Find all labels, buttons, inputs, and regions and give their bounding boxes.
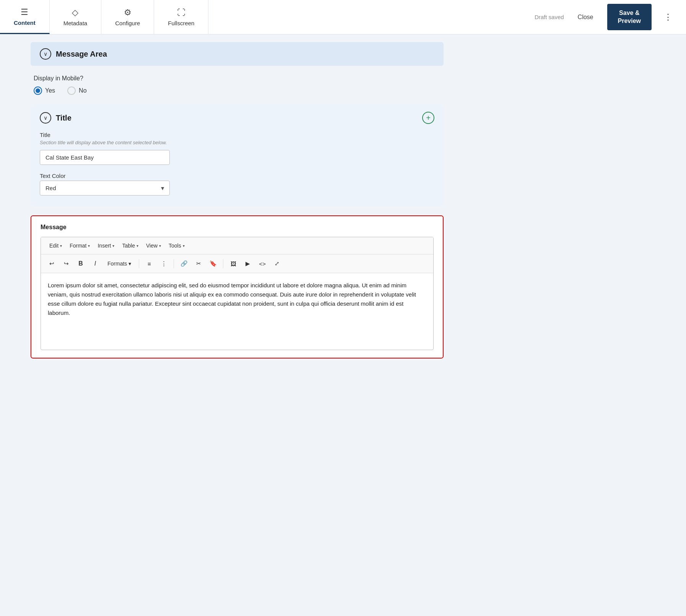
menu-table-arrow: ▾ bbox=[137, 244, 138, 248]
tab-configure[interactable]: ⚙ Configure bbox=[101, 0, 154, 34]
tab-configure-label: Configure bbox=[115, 20, 140, 26]
configure-icon: ⚙ bbox=[124, 8, 132, 18]
menu-format-label: Format bbox=[70, 243, 86, 249]
redo-button[interactable]: ↪ bbox=[60, 257, 72, 270]
radio-group: Yes No bbox=[34, 86, 444, 95]
editor-toolbar: ↩ ↪ B I Formats ▾ ≡ ⋮ 🔗 ✂ 🔖 🖼 ▶ <> ⤢ bbox=[41, 254, 433, 273]
metadata-icon: ◇ bbox=[72, 8, 78, 18]
editor-menubar: Edit ▾ Format ▾ Insert ▾ Table ▾ View bbox=[41, 237, 433, 254]
message-area-header: Message Area bbox=[31, 42, 444, 66]
formats-dropdown-button[interactable]: Formats ▾ bbox=[104, 259, 135, 268]
menu-view[interactable]: View ▾ bbox=[142, 240, 165, 251]
message-section: Message Edit ▾ Format ▾ Insert ▾ Table bbox=[31, 215, 444, 359]
title-field-label: Title bbox=[40, 132, 434, 138]
message-field-label: Message bbox=[41, 224, 434, 231]
title-section-title: Title bbox=[56, 114, 72, 122]
unordered-list-button[interactable]: ≡ bbox=[143, 257, 155, 270]
radio-yes-circle[interactable] bbox=[34, 86, 42, 95]
menu-tools-label: Tools bbox=[169, 243, 181, 249]
text-color-select-wrap: Red Blue Black White Green ▼ bbox=[40, 181, 170, 196]
radio-yes-option[interactable]: Yes bbox=[34, 86, 55, 95]
top-nav: ☰ Content ◇ Metadata ⚙ Configure ⛶ Fulls… bbox=[0, 0, 686, 34]
unlink-button[interactable]: ✂ bbox=[192, 257, 205, 270]
formats-arrow-icon: ▾ bbox=[128, 261, 131, 267]
menu-format[interactable]: Format ▾ bbox=[66, 240, 94, 251]
title-input[interactable] bbox=[40, 150, 170, 165]
menu-table[interactable]: Table ▾ bbox=[118, 240, 142, 251]
title-section-header: Title + bbox=[40, 112, 434, 124]
link-button[interactable]: 🔗 bbox=[178, 257, 190, 270]
tab-fullscreen[interactable]: ⛶ Fullscreen bbox=[154, 0, 208, 34]
tab-metadata-label: Metadata bbox=[63, 20, 88, 26]
close-button[interactable]: Close bbox=[572, 11, 600, 24]
toolbar-divider-2 bbox=[174, 259, 174, 268]
menu-tools-arrow: ▾ bbox=[183, 244, 185, 248]
tab-fullscreen-label: Fullscreen bbox=[168, 20, 194, 26]
menu-edit-label: Edit bbox=[49, 243, 59, 249]
menu-table-label: Table bbox=[122, 243, 135, 249]
editor-wrapper: Edit ▾ Format ▾ Insert ▾ Table ▾ View bbox=[41, 237, 434, 350]
more-options-button[interactable]: ⋮ bbox=[659, 9, 677, 25]
menu-insert-arrow: ▾ bbox=[112, 244, 114, 248]
menu-view-arrow: ▾ bbox=[159, 244, 161, 248]
display-in-mobile-group: Display in Mobile? Yes No bbox=[31, 75, 444, 95]
title-section-add-button[interactable]: + bbox=[422, 112, 434, 124]
text-color-label: Text Color bbox=[40, 173, 434, 179]
ordered-list-button[interactable]: ⋮ bbox=[158, 257, 170, 270]
toolbar-divider-1 bbox=[139, 259, 139, 268]
italic-button[interactable]: I bbox=[89, 257, 101, 270]
title-section-collapse-button[interactable] bbox=[40, 112, 51, 124]
display-in-mobile-label: Display in Mobile? bbox=[34, 75, 444, 82]
title-section-left: Title bbox=[40, 112, 72, 124]
bookmark-button[interactable]: 🔖 bbox=[207, 257, 219, 270]
toolbar-divider-3 bbox=[223, 259, 223, 268]
message-area-collapse-button[interactable] bbox=[40, 48, 51, 60]
radio-yes-label: Yes bbox=[45, 87, 55, 94]
tab-content[interactable]: ☰ Content bbox=[0, 0, 50, 34]
nav-right: Draft saved Close Save &Preview ⋮ bbox=[525, 0, 686, 34]
code-button[interactable]: <> bbox=[256, 257, 268, 270]
title-field-hint: Section title will display above the con… bbox=[40, 140, 434, 145]
formats-label: Formats bbox=[107, 261, 127, 267]
main-content: Message Area Display in Mobile? Yes No T… bbox=[0, 34, 459, 374]
radio-no-option[interactable]: No bbox=[67, 86, 86, 95]
message-area-title: Message Area bbox=[56, 50, 107, 59]
media-button[interactable]: ▶ bbox=[242, 257, 254, 270]
save-preview-button[interactable]: Save &Preview bbox=[607, 4, 652, 31]
image-button[interactable]: 🖼 bbox=[227, 257, 239, 270]
menu-view-label: View bbox=[146, 243, 158, 249]
draft-status: Draft saved bbox=[535, 14, 564, 20]
fullscreen-icon: ⛶ bbox=[177, 8, 185, 18]
menu-insert[interactable]: Insert ▾ bbox=[94, 240, 118, 251]
editor-body[interactable]: Lorem ipsum dolor sit amet, consectetur … bbox=[41, 273, 433, 350]
fullscreen-editor-button[interactable]: ⤢ bbox=[271, 257, 283, 270]
tab-content-label: Content bbox=[14, 20, 36, 26]
radio-no-label: No bbox=[79, 87, 86, 94]
content-icon: ☰ bbox=[21, 7, 28, 17]
menu-insert-label: Insert bbox=[98, 243, 111, 249]
menu-edit[interactable]: Edit ▾ bbox=[46, 240, 66, 251]
menu-edit-arrow: ▾ bbox=[60, 244, 62, 248]
bold-button[interactable]: B bbox=[75, 257, 87, 270]
undo-button[interactable]: ↩ bbox=[46, 257, 58, 270]
menu-tools[interactable]: Tools ▾ bbox=[165, 240, 189, 251]
radio-no-circle[interactable] bbox=[67, 86, 76, 95]
title-section: Title + Title Section title will display… bbox=[31, 104, 444, 206]
menu-format-arrow: ▾ bbox=[88, 244, 90, 248]
tab-metadata[interactable]: ◇ Metadata bbox=[50, 0, 102, 34]
text-color-select[interactable]: Red Blue Black White Green bbox=[40, 181, 170, 196]
